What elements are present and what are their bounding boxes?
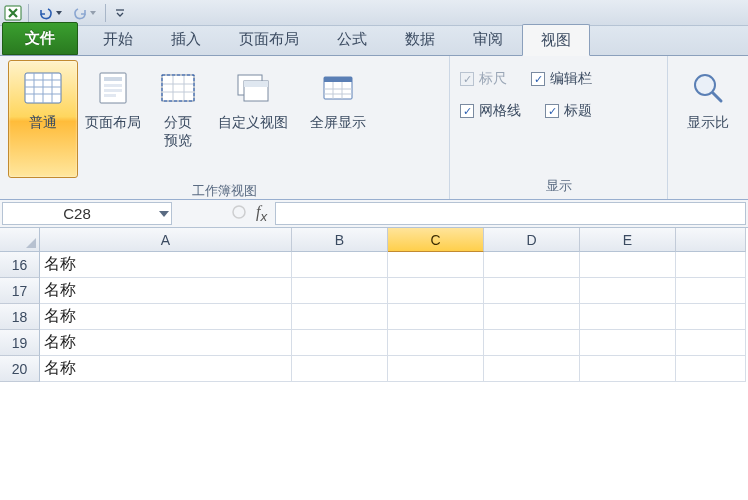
cell[interactable] [580, 252, 676, 278]
cell[interactable] [580, 356, 676, 382]
svg-line-29 [713, 93, 721, 101]
gridlines-label: 网格线 [479, 102, 521, 120]
cell[interactable]: 名称 [40, 330, 292, 356]
cell[interactable] [676, 330, 746, 356]
qat-customize-button[interactable] [112, 2, 128, 24]
custom-views-label: 自定义视图 [218, 113, 288, 131]
custom-views-icon [232, 67, 274, 109]
grid-row: 17 名称 [0, 278, 748, 304]
formula-input[interactable] [275, 202, 746, 225]
page-break-icon [157, 67, 199, 109]
cell[interactable]: 名称 [40, 304, 292, 330]
page-break-preview-label: 分页 预览 [164, 113, 192, 149]
full-screen-button[interactable]: 全屏显示 [298, 60, 378, 178]
tab-page-layout[interactable]: 页面布局 [220, 23, 318, 55]
grid-row: 20 名称 [0, 356, 748, 382]
cell[interactable] [484, 356, 580, 382]
grid-row: 19 名称 [0, 330, 748, 356]
spreadsheet-grid: A B C D E 16 名称 17 名称 18 名称 19 名称 [0, 228, 748, 382]
col-header-C[interactable]: C [388, 228, 484, 252]
headings-checkbox[interactable]: ✓ 标题 [545, 102, 592, 120]
excel-icon[interactable] [4, 4, 22, 22]
page-layout-icon [92, 67, 134, 109]
grid-row: 16 名称 [0, 252, 748, 278]
cell[interactable] [676, 356, 746, 382]
svg-rect-13 [162, 75, 194, 101]
row-header[interactable]: 17 [0, 278, 40, 304]
cell[interactable] [580, 278, 676, 304]
cell[interactable] [388, 356, 484, 382]
normal-view-label: 普通 [29, 113, 57, 131]
cancel-icon [232, 205, 246, 223]
svg-rect-23 [324, 77, 352, 82]
cell[interactable] [484, 304, 580, 330]
cell[interactable]: 名称 [40, 278, 292, 304]
formula-bar-label: 编辑栏 [550, 70, 592, 88]
name-box-value: C28 [3, 205, 151, 222]
group-workbook-views: 普通 页面布局 分页 预览 [0, 56, 450, 199]
gridlines-checkbox[interactable]: ✓ 网格线 [460, 102, 521, 120]
magnifier-icon [687, 67, 729, 109]
separator [105, 4, 106, 22]
cell[interactable] [484, 330, 580, 356]
ribbon: 普通 页面布局 分页 预览 [0, 56, 748, 200]
row-header[interactable]: 16 [0, 252, 40, 278]
cell[interactable] [580, 330, 676, 356]
col-header-B[interactable]: B [292, 228, 388, 252]
row-header[interactable]: 18 [0, 304, 40, 330]
col-header-A[interactable]: A [40, 228, 292, 252]
group-show: ✓ 标尺 ✓ 编辑栏 ✓ 网格线 ✓ 标题 显示 [450, 56, 668, 199]
tab-file[interactable]: 文件 [2, 22, 78, 55]
cell[interactable] [292, 278, 388, 304]
cell[interactable]: 名称 [40, 356, 292, 382]
cell[interactable] [292, 252, 388, 278]
cell[interactable] [388, 278, 484, 304]
page-break-preview-button[interactable]: 分页 预览 [148, 60, 208, 178]
cell[interactable]: 名称 [40, 252, 292, 278]
tab-formulas[interactable]: 公式 [318, 23, 386, 55]
column-header-row: A B C D E [0, 228, 748, 252]
svg-rect-21 [244, 81, 268, 87]
page-layout-view-button[interactable]: 页面布局 [78, 60, 148, 178]
cell[interactable] [388, 252, 484, 278]
cell[interactable] [676, 252, 746, 278]
normal-view-button[interactable]: 普通 [8, 60, 78, 178]
zoom-button[interactable]: 显示比 [676, 60, 740, 178]
cell[interactable] [676, 304, 746, 330]
headings-label: 标题 [564, 102, 592, 120]
cell[interactable] [676, 278, 746, 304]
formula-bar-checkbox[interactable]: ✓ 编辑栏 [531, 70, 592, 88]
tab-home[interactable]: 开始 [84, 23, 152, 55]
undo-button[interactable] [35, 2, 65, 24]
svg-rect-10 [104, 84, 122, 87]
cell[interactable] [292, 330, 388, 356]
tab-insert[interactable]: 插入 [152, 23, 220, 55]
redo-button[interactable] [69, 2, 99, 24]
ruler-checkbox: ✓ 标尺 [460, 70, 507, 88]
row-header[interactable]: 19 [0, 330, 40, 356]
cell[interactable] [484, 278, 580, 304]
insert-function-button[interactable]: fx [256, 203, 267, 224]
formula-bar: C28 fx [0, 200, 748, 228]
cell[interactable] [388, 330, 484, 356]
tab-data[interactable]: 数据 [386, 23, 454, 55]
tab-review[interactable]: 审阅 [454, 23, 522, 55]
row-header[interactable]: 20 [0, 356, 40, 382]
col-header-F[interactable] [676, 228, 746, 252]
ruler-label: 标尺 [479, 70, 507, 88]
group-workbook-views-label: 工作簿视图 [0, 182, 449, 202]
cell[interactable] [292, 304, 388, 330]
col-header-D[interactable]: D [484, 228, 580, 252]
tab-view[interactable]: 视图 [522, 24, 590, 56]
select-all-corner[interactable] [0, 228, 40, 252]
custom-views-button[interactable]: 自定义视图 [208, 60, 298, 178]
cell[interactable] [580, 304, 676, 330]
col-header-E[interactable]: E [580, 228, 676, 252]
cell[interactable] [388, 304, 484, 330]
name-box[interactable]: C28 [2, 202, 172, 225]
svg-rect-11 [104, 89, 122, 92]
dropdown-icon[interactable] [159, 211, 169, 217]
cell[interactable] [292, 356, 388, 382]
cell[interactable] [484, 252, 580, 278]
page-layout-view-label: 页面布局 [85, 113, 141, 131]
